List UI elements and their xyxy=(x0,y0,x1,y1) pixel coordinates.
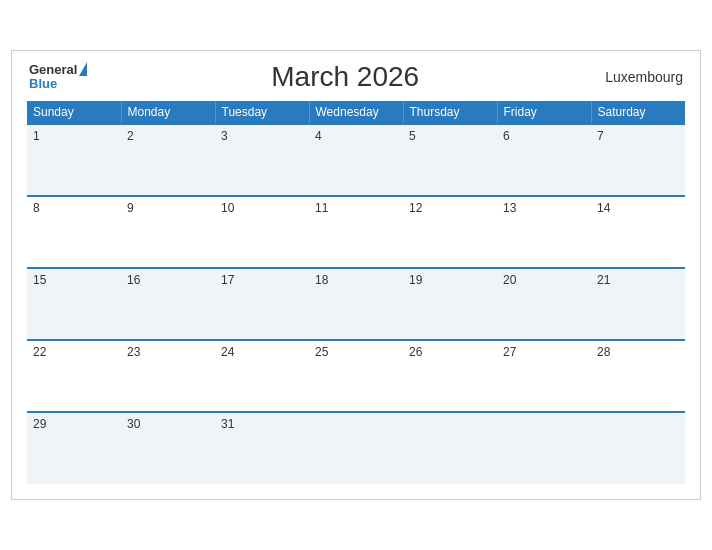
day-number: 12 xyxy=(409,201,422,215)
calendar-day-cell: 24 xyxy=(215,340,309,412)
calendar-day-cell: 19 xyxy=(403,268,497,340)
day-number: 20 xyxy=(503,273,516,287)
day-number: 7 xyxy=(597,129,604,143)
calendar-day-cell: 1 xyxy=(27,124,121,196)
calendar-day-cell: 13 xyxy=(497,196,591,268)
logo: General Blue xyxy=(29,62,87,91)
calendar-body: 1234567891011121314151617181920212223242… xyxy=(27,124,685,484)
day-number: 9 xyxy=(127,201,134,215)
day-number: 13 xyxy=(503,201,516,215)
day-number: 30 xyxy=(127,417,140,431)
calendar-day-cell xyxy=(309,412,403,484)
calendar-table: Sunday Monday Tuesday Wednesday Thursday… xyxy=(27,101,685,484)
day-number: 26 xyxy=(409,345,422,359)
col-tuesday: Tuesday xyxy=(215,101,309,124)
calendar-title: March 2026 xyxy=(87,61,603,93)
day-number: 18 xyxy=(315,273,328,287)
logo-general-text: General xyxy=(29,63,77,77)
calendar-day-cell: 12 xyxy=(403,196,497,268)
calendar-container: General Blue March 2026 Luxembourg Sunda… xyxy=(11,50,701,500)
col-saturday: Saturday xyxy=(591,101,685,124)
calendar-day-cell: 4 xyxy=(309,124,403,196)
day-number: 21 xyxy=(597,273,610,287)
calendar-day-cell: 30 xyxy=(121,412,215,484)
calendar-day-cell: 20 xyxy=(497,268,591,340)
calendar-day-cell: 14 xyxy=(591,196,685,268)
calendar-day-cell: 3 xyxy=(215,124,309,196)
calendar-day-cell: 2 xyxy=(121,124,215,196)
calendar-day-cell: 8 xyxy=(27,196,121,268)
col-friday: Friday xyxy=(497,101,591,124)
day-number: 29 xyxy=(33,417,46,431)
calendar-day-cell: 9 xyxy=(121,196,215,268)
col-sunday: Sunday xyxy=(27,101,121,124)
col-wednesday: Wednesday xyxy=(309,101,403,124)
day-number: 6 xyxy=(503,129,510,143)
col-thursday: Thursday xyxy=(403,101,497,124)
calendar-day-cell: 25 xyxy=(309,340,403,412)
calendar-day-cell: 27 xyxy=(497,340,591,412)
calendar-header-row: Sunday Monday Tuesday Wednesday Thursday… xyxy=(27,101,685,124)
calendar-day-cell: 11 xyxy=(309,196,403,268)
calendar-day-cell: 22 xyxy=(27,340,121,412)
day-number: 17 xyxy=(221,273,234,287)
day-number: 19 xyxy=(409,273,422,287)
day-number: 24 xyxy=(221,345,234,359)
day-number: 14 xyxy=(597,201,610,215)
day-number: 1 xyxy=(33,129,40,143)
logo-blue-text: Blue xyxy=(29,77,87,91)
day-number: 22 xyxy=(33,345,46,359)
calendar-week-row: 1234567 xyxy=(27,124,685,196)
calendar-week-row: 891011121314 xyxy=(27,196,685,268)
day-number: 11 xyxy=(315,201,328,215)
calendar-day-cell: 31 xyxy=(215,412,309,484)
col-monday: Monday xyxy=(121,101,215,124)
calendar-day-cell: 29 xyxy=(27,412,121,484)
day-number: 4 xyxy=(315,129,322,143)
calendar-day-cell xyxy=(591,412,685,484)
calendar-day-cell: 16 xyxy=(121,268,215,340)
calendar-day-cell: 7 xyxy=(591,124,685,196)
calendar-day-cell: 15 xyxy=(27,268,121,340)
calendar-day-cell: 23 xyxy=(121,340,215,412)
calendar-day-cell: 6 xyxy=(497,124,591,196)
calendar-day-cell: 17 xyxy=(215,268,309,340)
calendar-week-row: 293031 xyxy=(27,412,685,484)
calendar-day-cell xyxy=(403,412,497,484)
day-number: 27 xyxy=(503,345,516,359)
calendar-day-cell: 21 xyxy=(591,268,685,340)
day-number: 25 xyxy=(315,345,328,359)
calendar-day-cell: 26 xyxy=(403,340,497,412)
calendar-day-cell: 10 xyxy=(215,196,309,268)
day-number: 15 xyxy=(33,273,46,287)
logo-triangle-icon xyxy=(79,62,87,76)
calendar-day-cell: 18 xyxy=(309,268,403,340)
calendar-week-row: 22232425262728 xyxy=(27,340,685,412)
day-number: 31 xyxy=(221,417,234,431)
day-number: 16 xyxy=(127,273,140,287)
day-number: 8 xyxy=(33,201,40,215)
day-number: 3 xyxy=(221,129,228,143)
calendar-header: General Blue March 2026 Luxembourg xyxy=(27,61,685,93)
calendar-day-cell: 5 xyxy=(403,124,497,196)
day-number: 5 xyxy=(409,129,416,143)
day-number: 23 xyxy=(127,345,140,359)
day-number: 2 xyxy=(127,129,134,143)
calendar-day-cell: 28 xyxy=(591,340,685,412)
calendar-day-cell xyxy=(497,412,591,484)
country-label: Luxembourg xyxy=(603,69,683,85)
day-number: 10 xyxy=(221,201,234,215)
calendar-week-row: 15161718192021 xyxy=(27,268,685,340)
day-number: 28 xyxy=(597,345,610,359)
